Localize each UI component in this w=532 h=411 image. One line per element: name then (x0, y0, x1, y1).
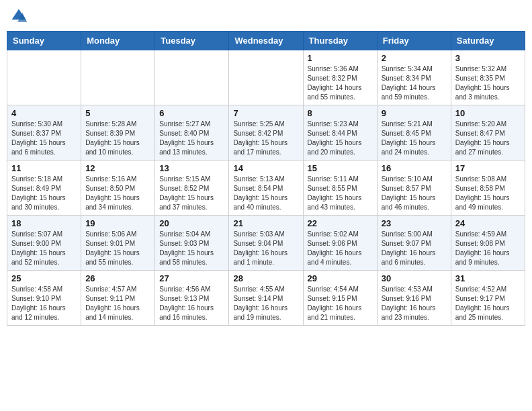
calendar-cell: 3Sunrise: 5:32 AM Sunset: 8:35 PM Daylig… (451, 50, 525, 105)
day-info: Sunrise: 5:20 AM Sunset: 8:47 PM Dayligh… (455, 120, 521, 157)
calendar-cell: 26Sunrise: 4:57 AM Sunset: 9:11 PM Dayli… (81, 271, 155, 326)
weekday-header-row: SundayMondayTuesdayWednesdayThursdayFrid… (7, 32, 525, 50)
day-info: Sunrise: 5:07 AM Sunset: 9:00 PM Dayligh… (11, 230, 77, 267)
day-info: Sunrise: 4:55 AM Sunset: 9:14 PM Dayligh… (233, 285, 298, 322)
calendar-cell: 12Sunrise: 5:16 AM Sunset: 8:50 PM Dayli… (81, 161, 155, 216)
day-info: Sunrise: 5:11 AM Sunset: 8:55 PM Dayligh… (308, 175, 373, 212)
weekday-header-wednesday: Wednesday (229, 32, 303, 50)
day-number: 13 (159, 163, 224, 173)
calendar-cell: 5Sunrise: 5:28 AM Sunset: 8:39 PM Daylig… (81, 105, 155, 161)
day-info: Sunrise: 5:03 AM Sunset: 9:04 PM Dayligh… (233, 230, 298, 267)
day-number: 12 (85, 163, 150, 173)
day-number: 16 (382, 163, 447, 173)
calendar-week-4: 18Sunrise: 5:07 AM Sunset: 9:00 PM Dayli… (7, 216, 525, 271)
day-number: 24 (455, 218, 521, 228)
calendar-cell (81, 50, 155, 105)
day-number: 31 (455, 273, 521, 283)
day-info: Sunrise: 5:25 AM Sunset: 8:42 PM Dayligh… (233, 120, 298, 157)
day-info: Sunrise: 5:15 AM Sunset: 8:52 PM Dayligh… (159, 175, 224, 212)
day-info: Sunrise: 5:08 AM Sunset: 8:58 PM Dayligh… (455, 175, 521, 212)
calendar-cell: 15Sunrise: 5:11 AM Sunset: 8:55 PM Dayli… (303, 161, 377, 216)
day-number: 28 (233, 273, 298, 283)
day-info: Sunrise: 5:21 AM Sunset: 8:45 PM Dayligh… (382, 120, 447, 157)
weekday-header-monday: Monday (81, 32, 155, 50)
day-info: Sunrise: 5:06 AM Sunset: 9:01 PM Dayligh… (85, 230, 150, 267)
day-number: 25 (11, 273, 77, 283)
calendar-table: SundayMondayTuesdayWednesdayThursdayFrid… (7, 31, 525, 326)
day-number: 17 (455, 163, 521, 173)
day-number: 14 (233, 163, 298, 173)
calendar-cell: 9Sunrise: 5:21 AM Sunset: 8:45 PM Daylig… (377, 105, 451, 161)
calendar-cell: 14Sunrise: 5:13 AM Sunset: 8:54 PM Dayli… (229, 161, 303, 216)
day-number: 27 (159, 273, 224, 283)
day-number: 20 (159, 218, 224, 228)
day-number: 1 (308, 53, 373, 63)
calendar-week-1: 1Sunrise: 5:36 AM Sunset: 8:32 PM Daylig… (7, 50, 525, 105)
calendar-cell (7, 50, 81, 105)
day-info: Sunrise: 5:10 AM Sunset: 8:57 PM Dayligh… (382, 175, 447, 212)
logo-icon (9, 7, 28, 26)
calendar-cell (155, 50, 229, 105)
day-info: Sunrise: 5:04 AM Sunset: 9:03 PM Dayligh… (159, 230, 224, 267)
day-info: Sunrise: 4:59 AM Sunset: 9:08 PM Dayligh… (455, 230, 521, 267)
day-info: Sunrise: 5:00 AM Sunset: 9:07 PM Dayligh… (382, 230, 447, 267)
day-number: 2 (382, 53, 447, 63)
day-info: Sunrise: 5:16 AM Sunset: 8:50 PM Dayligh… (85, 175, 150, 212)
weekday-header-saturday: Saturday (451, 32, 525, 50)
day-number: 26 (85, 273, 150, 283)
day-number: 4 (11, 108, 77, 118)
calendar-cell: 19Sunrise: 5:06 AM Sunset: 9:01 PM Dayli… (81, 216, 155, 271)
day-info: Sunrise: 4:58 AM Sunset: 9:10 PM Dayligh… (11, 285, 77, 322)
calendar-header: SundayMondayTuesdayWednesdayThursdayFrid… (7, 32, 525, 50)
weekday-header-sunday: Sunday (7, 32, 81, 50)
day-info: Sunrise: 5:13 AM Sunset: 8:54 PM Dayligh… (233, 175, 298, 212)
day-info: Sunrise: 5:27 AM Sunset: 8:40 PM Dayligh… (159, 120, 224, 157)
day-number: 6 (159, 108, 224, 118)
logo (9, 7, 31, 26)
day-info: Sunrise: 4:52 AM Sunset: 9:17 PM Dayligh… (455, 285, 521, 322)
day-info: Sunrise: 4:53 AM Sunset: 9:16 PM Dayligh… (382, 285, 447, 322)
day-number: 18 (11, 218, 77, 228)
day-info: Sunrise: 4:54 AM Sunset: 9:15 PM Dayligh… (308, 285, 373, 322)
calendar-cell (229, 50, 303, 105)
calendar-cell: 31Sunrise: 4:52 AM Sunset: 9:17 PM Dayli… (451, 271, 525, 326)
day-info: Sunrise: 4:56 AM Sunset: 9:13 PM Dayligh… (159, 285, 224, 322)
calendar-week-2: 4Sunrise: 5:30 AM Sunset: 8:37 PM Daylig… (7, 105, 525, 161)
day-info: Sunrise: 5:18 AM Sunset: 8:49 PM Dayligh… (11, 175, 77, 212)
day-number: 3 (455, 53, 521, 63)
weekday-header-tuesday: Tuesday (155, 32, 229, 50)
day-number: 5 (85, 108, 150, 118)
day-info: Sunrise: 5:30 AM Sunset: 8:37 PM Dayligh… (11, 120, 77, 157)
calendar-body: 1Sunrise: 5:36 AM Sunset: 8:32 PM Daylig… (7, 50, 525, 326)
calendar-cell: 2Sunrise: 5:34 AM Sunset: 8:34 PM Daylig… (377, 50, 451, 105)
calendar-cell: 23Sunrise: 5:00 AM Sunset: 9:07 PM Dayli… (377, 216, 451, 271)
calendar-cell: 22Sunrise: 5:02 AM Sunset: 9:06 PM Dayli… (303, 216, 377, 271)
calendar-cell: 28Sunrise: 4:55 AM Sunset: 9:14 PM Dayli… (229, 271, 303, 326)
calendar-cell: 27Sunrise: 4:56 AM Sunset: 9:13 PM Dayli… (155, 271, 229, 326)
day-number: 30 (382, 273, 447, 283)
day-number: 8 (308, 108, 373, 118)
calendar-cell: 25Sunrise: 4:58 AM Sunset: 9:10 PM Dayli… (7, 271, 81, 326)
calendar-week-5: 25Sunrise: 4:58 AM Sunset: 9:10 PM Dayli… (7, 271, 525, 326)
calendar-cell: 10Sunrise: 5:20 AM Sunset: 8:47 PM Dayli… (451, 105, 525, 161)
calendar-cell: 6Sunrise: 5:27 AM Sunset: 8:40 PM Daylig… (155, 105, 229, 161)
weekday-header-friday: Friday (377, 32, 451, 50)
day-number: 11 (11, 163, 77, 173)
calendar-cell: 16Sunrise: 5:10 AM Sunset: 8:57 PM Dayli… (377, 161, 451, 216)
calendar-cell: 8Sunrise: 5:23 AM Sunset: 8:44 PM Daylig… (303, 105, 377, 161)
calendar-cell: 20Sunrise: 5:04 AM Sunset: 9:03 PM Dayli… (155, 216, 229, 271)
day-info: Sunrise: 5:34 AM Sunset: 8:34 PM Dayligh… (382, 64, 447, 102)
calendar-week-3: 11Sunrise: 5:18 AM Sunset: 8:49 PM Dayli… (7, 161, 525, 216)
calendar-cell: 30Sunrise: 4:53 AM Sunset: 9:16 PM Dayli… (377, 271, 451, 326)
day-number: 7 (233, 108, 298, 118)
page-header (7, 7, 525, 26)
calendar-cell: 21Sunrise: 5:03 AM Sunset: 9:04 PM Dayli… (229, 216, 303, 271)
weekday-header-thursday: Thursday (303, 32, 377, 50)
calendar-cell: 18Sunrise: 5:07 AM Sunset: 9:00 PM Dayli… (7, 216, 81, 271)
day-info: Sunrise: 5:02 AM Sunset: 9:06 PM Dayligh… (308, 230, 373, 267)
calendar-cell: 7Sunrise: 5:25 AM Sunset: 8:42 PM Daylig… (229, 105, 303, 161)
day-info: Sunrise: 5:36 AM Sunset: 8:32 PM Dayligh… (308, 64, 373, 102)
day-number: 10 (455, 108, 521, 118)
calendar-cell: 29Sunrise: 4:54 AM Sunset: 9:15 PM Dayli… (303, 271, 377, 326)
day-number: 23 (382, 218, 447, 228)
